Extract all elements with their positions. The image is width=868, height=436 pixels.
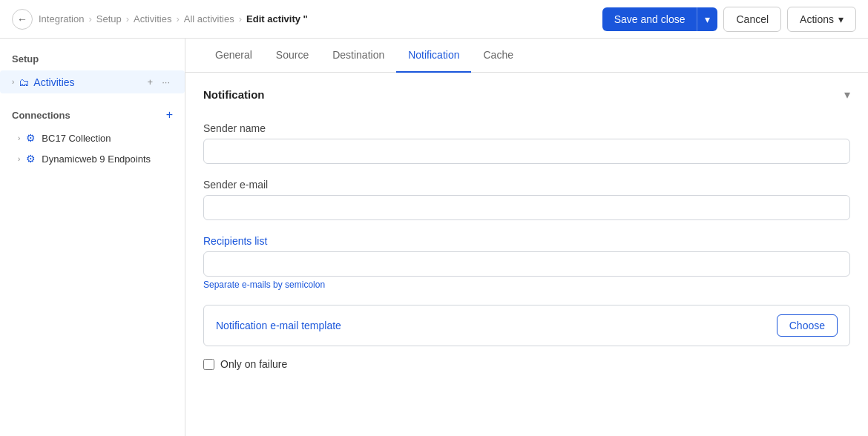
save-and-close-button[interactable]: Save and close ▾	[602, 7, 718, 31]
top-header: ← Integration › Setup › Activities › All…	[0, 0, 868, 39]
choose-template-button[interactable]: Choose	[777, 314, 838, 337]
activities-more-icon[interactable]: ···	[159, 75, 173, 89]
sender-name-group: Sender name	[203, 122, 850, 164]
connection-item-bc17[interactable]: › ⚙ BC17 Collection	[0, 128, 185, 148]
bc17-connection-icon: ⚙	[26, 132, 36, 144]
breadcrumb-setup[interactable]: Setup	[96, 13, 122, 24]
activities-actions: + ···	[145, 75, 173, 89]
back-icon: ←	[17, 13, 27, 25]
sender-email-label: Sender e-mail	[203, 179, 850, 191]
setup-section-title: Setup	[0, 50, 185, 70]
back-button[interactable]: ←	[12, 9, 33, 30]
actions-button[interactable]: Actions ▾	[787, 7, 856, 32]
dynamicweb-label: Dynamicweb 9 Endpoints	[42, 153, 151, 165]
only-on-failure-row: Only on failure	[203, 358, 850, 370]
breadcrumb-sep-3: ›	[176, 13, 179, 24]
connections-header: Connections +	[0, 105, 185, 128]
activities-label: Activities	[33, 76, 139, 88]
tab-source[interactable]: Source	[264, 39, 320, 73]
template-label: Notification e-mail template	[216, 320, 341, 331]
breadcrumb-all-activities[interactable]: All activities	[184, 13, 234, 24]
save-and-close-label: Save and close	[602, 7, 697, 31]
activities-add-icon[interactable]: +	[145, 75, 157, 89]
content-area: General Source Destination Notification …	[185, 39, 868, 436]
bc17-label: BC17 Collection	[42, 133, 111, 144]
dynamicweb-chevron-icon: ›	[18, 155, 20, 163]
activities-chevron-icon: ›	[12, 78, 14, 86]
save-dropdown-arrow[interactable]: ▾	[697, 7, 717, 31]
sidebar: Setup › 🗂 Activities + ··· Connections +…	[0, 39, 185, 436]
dynamicweb-connection-icon: ⚙	[26, 153, 36, 165]
breadcrumb-sep-4: ›	[239, 13, 242, 24]
only-on-failure-checkbox[interactable]	[203, 359, 214, 370]
actions-dropdown-icon: ▾	[838, 13, 844, 25]
section-collapse-icon[interactable]: ▾	[844, 87, 850, 102]
section-title: Notification	[203, 88, 265, 101]
sender-email-input[interactable]	[203, 195, 850, 220]
breadcrumb-sep-1: ›	[88, 13, 91, 24]
breadcrumb-activities[interactable]: Activities	[134, 13, 171, 24]
breadcrumb-current: Edit activity "	[246, 13, 308, 24]
tab-general[interactable]: General	[203, 39, 264, 73]
recipients-list-label: Recipients list	[203, 235, 850, 247]
breadcrumb-integration[interactable]: Integration	[39, 13, 84, 24]
bc17-chevron-icon: ›	[18, 134, 20, 142]
connections-section: Connections + › ⚙ BC17 Collection › ⚙ Dy…	[0, 105, 185, 169]
connections-title: Connections	[12, 110, 70, 121]
header-actions: Save and close ▾ Cancel Actions ▾	[602, 7, 856, 32]
connection-item-dynamicweb[interactable]: › ⚙ Dynamicweb 9 Endpoints	[0, 148, 185, 169]
sidebar-item-activities[interactable]: › 🗂 Activities + ···	[0, 70, 185, 93]
section-header: Notification ▾	[203, 87, 850, 108]
recipients-list-group: Recipients list Separate e-mails by semi…	[203, 235, 850, 290]
recipients-list-input[interactable]	[203, 251, 850, 277]
tab-notification[interactable]: Notification	[396, 39, 471, 73]
email-template-box: Notification e-mail template Choose	[203, 305, 850, 346]
activities-folder-icon: 🗂	[19, 76, 29, 88]
tab-destination[interactable]: Destination	[320, 39, 396, 73]
tab-cache[interactable]: Cache	[471, 39, 525, 73]
notification-form: Notification ▾ Sender name Sender e-mail…	[185, 73, 868, 385]
only-on-failure-label: Only on failure	[220, 358, 287, 370]
breadcrumb: Integration › Setup › Activities › All a…	[39, 13, 596, 24]
main-layout: Setup › 🗂 Activities + ··· Connections +…	[0, 39, 868, 436]
actions-label: Actions	[800, 13, 834, 25]
breadcrumb-sep-2: ›	[126, 13, 129, 24]
cancel-button[interactable]: Cancel	[723, 7, 781, 32]
recipients-hint: Separate e-mails by semicolon	[203, 280, 850, 290]
connections-add-button[interactable]: +	[166, 108, 173, 122]
tabs-bar: General Source Destination Notification …	[185, 39, 868, 73]
sender-name-label: Sender name	[203, 122, 850, 134]
sender-name-input[interactable]	[203, 139, 850, 164]
sender-email-group: Sender e-mail	[203, 179, 850, 220]
